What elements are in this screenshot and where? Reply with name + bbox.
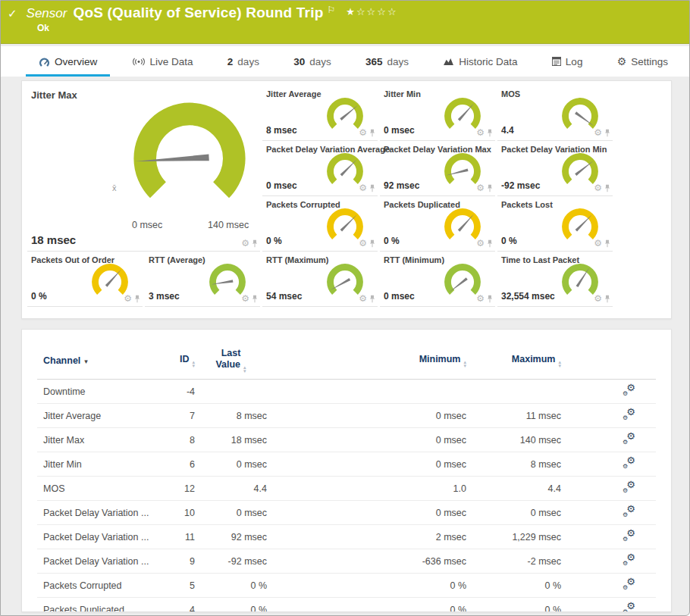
column-header-channel[interactable]: Channel▾	[37, 355, 149, 366]
gauge-cell[interactable]: RTT (Maximum)54 msec⚙	[262, 252, 378, 307]
tab-30-days[interactable]: 30days	[293, 56, 331, 67]
gear-icon[interactable]: ⚙	[594, 294, 602, 303]
gauge-value: 0 %	[266, 236, 282, 246]
channel-minimum: -636 msec	[267, 556, 466, 567]
priority-stars[interactable]: ★☆☆☆☆	[346, 6, 397, 17]
sort-icon: ▴▾	[243, 365, 246, 373]
channel-name[interactable]: Packets Corrupted	[37, 580, 149, 591]
pin-icon[interactable]	[134, 295, 140, 303]
channel-last-value: 0 %	[195, 580, 267, 591]
pin-icon[interactable]	[487, 239, 493, 248]
channel-settings-gears-icon[interactable]: ⚙⚙	[623, 458, 635, 469]
channel-settings-gears-icon[interactable]: ⚙⚙	[623, 433, 635, 445]
gauge-cell[interactable]: Packets Out of Order0 %⚙	[27, 252, 143, 307]
gear-icon[interactable]: ⚙	[124, 294, 132, 303]
gauge-cell[interactable]: MOS4.4⚙	[497, 86, 613, 141]
gauge-cell-actions: ⚙	[359, 183, 375, 192]
flag-icon[interactable]: ⚐	[328, 5, 336, 15]
channel-actions: ⚙⚙	[561, 579, 656, 593]
channel-settings-gears-icon[interactable]: ⚙⚙	[623, 385, 635, 396]
gauge-cell[interactable]: Packets Duplicated0 %⚙	[380, 197, 495, 252]
tab-overview[interactable]: Overview	[39, 56, 97, 67]
pin-icon[interactable]	[487, 295, 493, 303]
gear-icon[interactable]: ⚙	[594, 128, 602, 137]
channel-name[interactable]: Jitter Average	[37, 411, 149, 421]
pin-icon[interactable]	[369, 184, 375, 192]
gauge-cell[interactable]: Packets Corrupted0 %⚙	[262, 197, 378, 252]
channel-settings-gears-icon[interactable]: ⚙⚙	[623, 530, 635, 542]
column-header-last-value[interactable]: Last Value▴▾	[195, 348, 267, 373]
channel-name[interactable]: Downtime	[37, 386, 149, 397]
tab-365-days[interactable]: 365days	[365, 56, 409, 67]
gear-icon[interactable]: ⚙	[359, 294, 367, 303]
gauge-cell[interactable]: Jitter Average8 msec⚙	[262, 86, 378, 141]
gauge-cell[interactable]: RTT (Average)3 msec⚙	[145, 252, 260, 307]
channel-settings-gears-icon[interactable]: ⚙⚙	[623, 579, 635, 590]
channel-settings-gears-icon[interactable]: ⚙⚙	[623, 409, 635, 421]
gear-icon[interactable]: ⚙	[359, 183, 367, 192]
table-row: Jitter Average78 msec0 msec11 msec⚙⚙	[37, 404, 656, 428]
channel-name[interactable]: Packets Duplicated	[37, 605, 149, 613]
tab-settings[interactable]: ⚙Settings	[617, 56, 668, 67]
gauge-cell[interactable]: Packet Delay Variation Min-92 msec⚙	[497, 142, 613, 196]
gauge-cell[interactable]: Packet Delay Variation Average0 msec⚙	[262, 142, 378, 196]
tab-historic-data[interactable]: Historic Data	[443, 56, 517, 67]
gear-icon[interactable]: ⚙	[241, 239, 249, 248]
channel-maximum: 11 msec	[466, 411, 561, 421]
pin-icon[interactable]	[369, 239, 375, 248]
channel-settings-gears-icon[interactable]: ⚙⚙	[623, 555, 635, 566]
prtg-sensor-page: ✓ Sensor QoS (Quality of Service) Round …	[0, 0, 690, 616]
tab-log[interactable]: Log	[552, 56, 583, 67]
gauge-cell-jitter-max[interactable]: Jitter Max x̄ 0 msec 140 msec 18 msec ⚙	[27, 86, 260, 252]
channel-last-value: 0 msec	[195, 508, 267, 518]
gear-icon[interactable]: ⚙	[594, 183, 602, 192]
sensor-header: ✓ Sensor QoS (Quality of Service) Round …	[1, 1, 689, 44]
channel-name[interactable]: Jitter Min	[37, 459, 149, 470]
column-header-id[interactable]: ID▴▾	[149, 354, 195, 367]
channel-actions: ⚙⚙	[561, 530, 656, 544]
gear-icon[interactable]: ⚙	[359, 239, 367, 248]
gear-icon[interactable]: ⚙	[241, 294, 249, 303]
column-header-minimum[interactable]: Minimum▴▾	[267, 354, 466, 367]
gauge-title: Jitter Average	[266, 89, 321, 98]
channel-name[interactable]: Packet Delay Variation ...	[37, 556, 149, 567]
tab-2-days[interactable]: 2days	[227, 56, 259, 67]
gauge-cell[interactable]: Packets Lost0 %⚙	[497, 197, 613, 252]
gauge-cell-actions: ⚙	[359, 239, 375, 248]
gear-icon[interactable]: ⚙	[476, 183, 485, 192]
pin-icon[interactable]	[369, 129, 375, 137]
gauge-cell[interactable]: Jitter Min0 msec⚙	[380, 86, 495, 141]
gear-icon[interactable]: ⚙	[594, 239, 602, 248]
channel-last-value: 8 msec	[195, 411, 267, 421]
gear-icon[interactable]: ⚙	[476, 239, 485, 248]
column-header-maximum[interactable]: Maximum▴▾	[466, 354, 561, 367]
gear-icon[interactable]: ⚙	[476, 294, 485, 303]
pin-icon[interactable]	[604, 129, 610, 137]
gauge-value: 54 msec	[266, 291, 302, 302]
gear-icon[interactable]: ⚙	[476, 128, 485, 137]
pin-icon[interactable]	[604, 184, 610, 192]
channel-settings-gears-icon[interactable]: ⚙⚙	[623, 482, 635, 493]
gauge-cell[interactable]: Time to Last Packet32,554 msec⚙	[497, 252, 613, 307]
tab-live-data[interactable]: Live Data	[132, 56, 193, 67]
pin-icon[interactable]	[604, 295, 610, 303]
gauge-cell[interactable]: RTT (Minimum)0 msec⚙	[380, 252, 495, 307]
gauge-title: Jitter Max	[31, 89, 77, 101]
gauge-value: 18 msec	[31, 233, 76, 246]
pin-icon[interactable]	[487, 184, 493, 192]
pin-icon[interactable]	[369, 295, 375, 303]
channel-settings-gears-icon[interactable]: ⚙⚙	[623, 603, 635, 613]
gauge-cell[interactable]: Packet Delay Variation Max92 msec⚙	[380, 142, 495, 196]
channel-settings-gears-icon[interactable]: ⚙⚙	[623, 506, 635, 518]
channel-id: 8	[149, 435, 195, 446]
pin-icon[interactable]	[487, 129, 493, 137]
channel-maximum: 140 msec	[466, 435, 561, 446]
pin-icon[interactable]	[252, 295, 258, 303]
pin-icon[interactable]	[252, 239, 258, 248]
channel-name[interactable]: Packet Delay Variation ...	[37, 508, 149, 518]
channel-name[interactable]: Jitter Max	[37, 435, 149, 446]
pin-icon[interactable]	[604, 239, 610, 248]
gear-icon[interactable]: ⚙	[359, 128, 367, 137]
channel-name[interactable]: MOS	[37, 483, 149, 494]
channel-name[interactable]: Packet Delay Variation ...	[37, 532, 149, 543]
